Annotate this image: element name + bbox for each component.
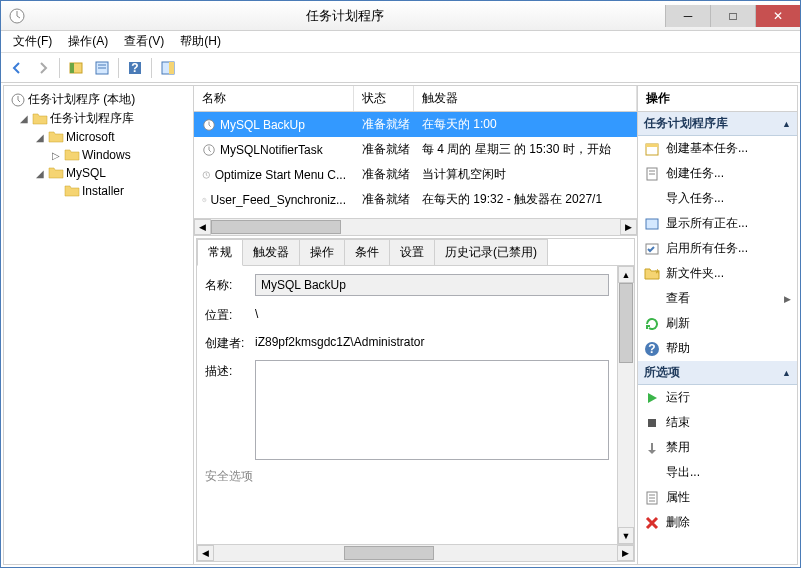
task-status-cell: 准备就绪 [354, 164, 414, 185]
delete-icon [644, 515, 660, 531]
expand-icon[interactable]: ▷ [50, 149, 62, 161]
action-导出[interactable]: 导出... [638, 460, 797, 485]
tab-triggers[interactable]: 触发器 [242, 239, 300, 265]
scroll-thumb[interactable] [619, 283, 633, 363]
scroll-thumb[interactable] [344, 546, 434, 560]
tree-mysql[interactable]: ◢ MySQL [6, 164, 191, 182]
tab-history[interactable]: 历史记录(已禁用) [434, 239, 548, 265]
action-运行[interactable]: 运行 [638, 385, 797, 410]
scroll-left-button[interactable]: ◀ [197, 545, 214, 561]
menu-file[interactable]: 文件(F) [5, 31, 60, 52]
scroll-right-button[interactable]: ▶ [620, 219, 637, 235]
menu-view[interactable]: 查看(V) [116, 31, 172, 52]
newfolder-icon: * [644, 266, 660, 282]
description-label: 描述: [205, 360, 255, 380]
show-action-pane-button[interactable] [156, 56, 180, 80]
action-属性[interactable]: 属性 [638, 485, 797, 510]
action-section-selected[interactable]: 所选项 ▲ [638, 361, 797, 385]
task-row[interactable]: Optimize Start Menu C...准备就绪当计算机空闲时 [194, 162, 637, 187]
scroll-down-button[interactable]: ▼ [618, 527, 634, 544]
tab-actions[interactable]: 操作 [299, 239, 345, 265]
action-创建任务[interactable]: 创建任务... [638, 161, 797, 186]
tree-microsoft[interactable]: ◢ Microsoft [6, 128, 191, 146]
action-禁用[interactable]: 禁用 [638, 435, 797, 460]
nav-forward-button[interactable] [31, 56, 55, 80]
task-trigger-cell: 每 4 周的 星期三 的 15:30 时，开始 [414, 139, 637, 160]
tree-windows[interactable]: ▷ Windows [6, 146, 191, 164]
tree-library[interactable]: ◢ 任务计划程序库 [6, 109, 191, 128]
collapse-icon[interactable]: ▲ [782, 119, 791, 129]
action-帮助[interactable]: ?帮助 [638, 336, 797, 361]
scroll-track[interactable] [618, 283, 634, 527]
properties-icon [644, 490, 660, 506]
scroll-track[interactable] [211, 219, 620, 235]
action-label: 显示所有正在... [666, 215, 748, 232]
window-title: 任务计划程序 [25, 7, 665, 25]
collapse-icon[interactable]: ◢ [34, 131, 46, 143]
task-row[interactable]: User_Feed_Synchroniz...准备就绪在每天的 19:32 - … [194, 187, 637, 212]
collapse-icon[interactable]: ◢ [18, 113, 30, 125]
svg-rect-2 [70, 63, 74, 73]
minimize-button[interactable]: ─ [665, 5, 710, 27]
scroll-thumb[interactable] [211, 220, 341, 234]
horizontal-scrollbar[interactable]: ◀ ▶ [194, 218, 637, 235]
action-label: 运行 [666, 389, 690, 406]
vertical-scrollbar[interactable]: ▲ ▼ [617, 266, 634, 544]
task-row[interactable]: MySQLNotifierTask准备就绪每 4 周的 星期三 的 15:30 … [194, 137, 637, 162]
col-header-trigger[interactable]: 触发器 [414, 86, 637, 111]
action-删除[interactable]: 删除 [638, 510, 797, 535]
action-创建基本任务[interactable]: 创建基本任务... [638, 136, 797, 161]
author-value: iZ89pf2kmsgdc1Z\Administrator [255, 332, 424, 352]
task-scheduler-window: 任务计划程序 ─ □ ✕ 文件(F) 操作(A) 查看(V) 帮助(H) ? 任… [0, 0, 801, 568]
tab-conditions[interactable]: 条件 [344, 239, 390, 265]
calendar-icon [644, 141, 660, 157]
scroll-track[interactable] [214, 545, 617, 561]
tree-label: MySQL [66, 166, 106, 180]
col-header-status[interactable]: 状态 [354, 86, 414, 111]
actions-panel: 操作 任务计划程序库 ▲ 创建基本任务...创建任务...导入任务...显示所有… [637, 86, 797, 564]
section-title: 所选项 [644, 364, 680, 381]
show-hide-tree-button[interactable] [64, 56, 88, 80]
action-导入任务[interactable]: 导入任务... [638, 186, 797, 211]
scroll-right-button[interactable]: ▶ [617, 545, 634, 561]
body-area: 任务计划程序 (本地) ◢ 任务计划程序库 ◢ Microsoft ▷ Wind… [3, 85, 798, 565]
scroll-up-button[interactable]: ▲ [618, 266, 634, 283]
col-header-name[interactable]: 名称 [194, 86, 354, 111]
help-button[interactable]: ? [123, 56, 147, 80]
name-input[interactable] [255, 274, 609, 296]
action-section-library[interactable]: 任务计划程序库 ▲ [638, 112, 797, 136]
tree-root[interactable]: 任务计划程序 (本地) [6, 90, 191, 109]
horizontal-scrollbar[interactable]: ◀ ▶ [197, 544, 634, 561]
svg-text:?: ? [648, 342, 655, 356]
collapse-icon[interactable]: ◢ [34, 167, 46, 179]
action-label: 导入任务... [666, 190, 724, 207]
close-button[interactable]: ✕ [755, 5, 800, 27]
action-查看[interactable]: 查看▶ [638, 286, 797, 311]
description-textarea[interactable] [255, 360, 609, 460]
tab-settings[interactable]: 设置 [389, 239, 435, 265]
toolbar: ? [1, 53, 800, 83]
action-刷新[interactable]: 刷新 [638, 311, 797, 336]
collapse-icon[interactable]: ▲ [782, 368, 791, 378]
action-结束[interactable]: 结束 [638, 410, 797, 435]
action-启用所有任务[interactable]: 启用所有任务... [638, 236, 797, 261]
action-新文件夹[interactable]: *新文件夹... [638, 261, 797, 286]
task-icon [644, 166, 660, 182]
action-显示所有正在[interactable]: 显示所有正在... [638, 211, 797, 236]
scroll-left-button[interactable]: ◀ [194, 219, 211, 235]
properties-button[interactable] [90, 56, 114, 80]
location-label: 位置: [205, 304, 255, 324]
list-header: 名称 状态 触发器 [194, 86, 637, 112]
task-row[interactable]: MySQL BackUp准备就绪在每天的 1:00 [194, 112, 637, 137]
disable-icon [644, 440, 660, 456]
nav-back-button[interactable] [5, 56, 29, 80]
menu-action[interactable]: 操作(A) [60, 31, 116, 52]
section-title: 任务计划程序库 [644, 115, 728, 132]
svg-text:*: * [655, 267, 660, 281]
tree-installer[interactable]: Installer [6, 182, 191, 200]
blank-icon [644, 291, 660, 307]
tab-general[interactable]: 常规 [197, 239, 243, 266]
actions-list-2: 运行结束禁用导出...属性删除 [638, 385, 797, 535]
maximize-button[interactable]: □ [710, 5, 755, 27]
menu-help[interactable]: 帮助(H) [172, 31, 229, 52]
